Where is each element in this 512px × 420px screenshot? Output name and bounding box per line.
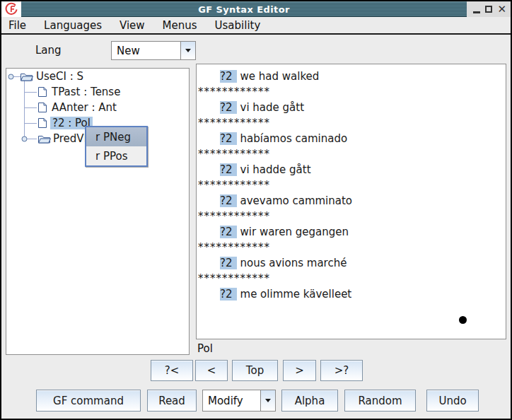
refine-popup-menu: r PNeg r PPos bbox=[85, 126, 148, 167]
focus-token[interactable]: ?2 bbox=[220, 101, 237, 114]
focus-token[interactable]: ?2 bbox=[220, 257, 237, 269]
linearization-line: ?2nous avions marché bbox=[197, 255, 506, 271]
separator-line: ************ bbox=[197, 271, 506, 286]
linearization-line: ?2habíamos caminado bbox=[197, 131, 506, 146]
separator-line: ************ bbox=[197, 209, 506, 224]
menu-menus[interactable]: Menus bbox=[163, 19, 197, 32]
focus-token[interactable]: ?2 bbox=[220, 70, 237, 83]
lang-select-value: New bbox=[112, 42, 180, 59]
linearization-panel[interactable]: ?2we had walked ************ ?2vi hade g… bbox=[196, 64, 506, 339]
prev-button[interactable]: < bbox=[195, 360, 228, 381]
prev-metavariable-button[interactable]: ?< bbox=[151, 360, 193, 381]
top-button[interactable]: Top bbox=[232, 360, 278, 381]
linearization-line: ?2vi hadde gått bbox=[197, 162, 506, 177]
next-metavariable-button[interactable]: >? bbox=[320, 360, 363, 381]
close-icon[interactable]: ✕ bbox=[497, 4, 506, 15]
tree-row: TPast : Tense bbox=[6, 84, 189, 100]
linearization-line: ?2me olimme kävelleet bbox=[197, 286, 506, 302]
separator-line: ************ bbox=[197, 84, 506, 100]
popup-item-pneg[interactable]: r PNeg bbox=[86, 127, 146, 146]
menu-languages[interactable]: Languages bbox=[44, 19, 102, 32]
gf-command-button[interactable]: GF command bbox=[36, 390, 141, 412]
sentence-norwegian: vi hadde gått bbox=[240, 163, 311, 176]
sentence-spanish: habíamos caminado bbox=[240, 132, 348, 145]
folder-icon bbox=[20, 71, 33, 82]
next-button[interactable]: > bbox=[283, 360, 316, 381]
folder-icon bbox=[37, 134, 51, 144]
random-button[interactable]: Random bbox=[344, 390, 416, 412]
maximize-icon[interactable] bbox=[485, 6, 492, 13]
sentence-french: nous avions marché bbox=[240, 257, 347, 269]
popup-item-ppos[interactable]: r PPos bbox=[86, 146, 146, 165]
minimize-icon[interactable] bbox=[473, 11, 480, 13]
gf-syntax-editor-window: GF Syntax Editor ✕ File Languages View M… bbox=[0, 0, 512, 420]
sentence-italian: avevamo camminato bbox=[240, 194, 353, 207]
lang-label: Lang bbox=[35, 44, 62, 57]
linearization-line: ?2we had walked bbox=[197, 69, 506, 84]
separator-line: ************ bbox=[197, 146, 506, 162]
separator-line: ************ bbox=[197, 240, 506, 255]
lang-select-dropdown-button[interactable] bbox=[180, 42, 195, 59]
tree-node-label[interactable]: PredVI bbox=[53, 132, 87, 145]
focus-token[interactable]: ?2 bbox=[220, 132, 237, 145]
tree-node-label[interactable]: TPast : Tense bbox=[52, 86, 120, 98]
sentence-german: wir waren gegangen bbox=[240, 226, 349, 238]
menu-usability[interactable]: Usability bbox=[215, 19, 261, 32]
gf-logo-icon bbox=[4, 2, 18, 16]
lang-select[interactable]: New bbox=[111, 41, 196, 60]
tree-row: AAnter : Ant bbox=[6, 100, 189, 115]
linearization-text: ?2we had walked ************ ?2vi hade g… bbox=[197, 64, 506, 302]
linearization-line: ?2vi hade gått bbox=[197, 100, 506, 115]
tree-expand-handle-icon[interactable] bbox=[21, 136, 28, 142]
modify-select-value: Modify bbox=[203, 390, 260, 411]
chevron-down-icon bbox=[265, 399, 271, 402]
document-icon bbox=[37, 102, 47, 113]
alpha-button[interactable]: Alpha bbox=[281, 390, 338, 412]
menubar: File Languages View Menus Usability bbox=[1, 17, 511, 35]
separator-line: ************ bbox=[197, 177, 506, 193]
modify-select-dropdown-button[interactable] bbox=[260, 390, 275, 411]
menu-file[interactable]: File bbox=[8, 19, 26, 32]
focus-token[interactable]: ?2 bbox=[220, 288, 237, 301]
document-icon bbox=[37, 117, 47, 129]
read-button[interactable]: Read bbox=[147, 390, 197, 412]
linearization-line: ?2wir waren gegangen bbox=[197, 224, 506, 240]
focus-token[interactable]: ?2 bbox=[220, 163, 237, 176]
sentence-english: we had walked bbox=[240, 70, 320, 83]
undo-button[interactable]: Undo bbox=[426, 390, 479, 412]
sentence-swedish: vi hade gått bbox=[240, 101, 305, 114]
linearization-line: ?2avevamo camminato bbox=[197, 193, 506, 209]
tree-row: UseCI : S bbox=[6, 69, 189, 84]
menu-view[interactable]: View bbox=[120, 19, 145, 32]
status-bar: Pol bbox=[197, 340, 506, 357]
titlebar: GF Syntax Editor ✕ bbox=[1, 1, 511, 17]
separator-line: ************ bbox=[197, 115, 506, 131]
sentence-finnish: me olimme kävelleet bbox=[240, 288, 352, 301]
tree-collapse-handle-icon[interactable] bbox=[8, 74, 14, 80]
tree-node-label[interactable]: UseCI : S bbox=[36, 70, 83, 83]
modify-select[interactable]: Modify bbox=[202, 390, 276, 412]
window-controls: ✕ bbox=[467, 1, 511, 17]
syntax-tree-panel: UseCI : S TPast : Tense AAnter : Ant bbox=[6, 68, 190, 355]
tree-node-label[interactable]: AAnter : Ant bbox=[52, 101, 117, 114]
toolbar: Lang New Open Text Save As New Grammar bbox=[1, 35, 511, 65]
focus-token[interactable]: ?2 bbox=[220, 194, 237, 207]
cursor-dot bbox=[459, 316, 467, 324]
titlebar-stripe[interactable]: GF Syntax Editor bbox=[21, 1, 467, 17]
document-icon bbox=[37, 86, 47, 98]
window-title: GF Syntax Editor bbox=[198, 4, 290, 15]
app-logo-icon[interactable] bbox=[1, 1, 21, 17]
focus-token[interactable]: ?2 bbox=[220, 226, 237, 238]
chevron-down-icon bbox=[185, 49, 191, 52]
